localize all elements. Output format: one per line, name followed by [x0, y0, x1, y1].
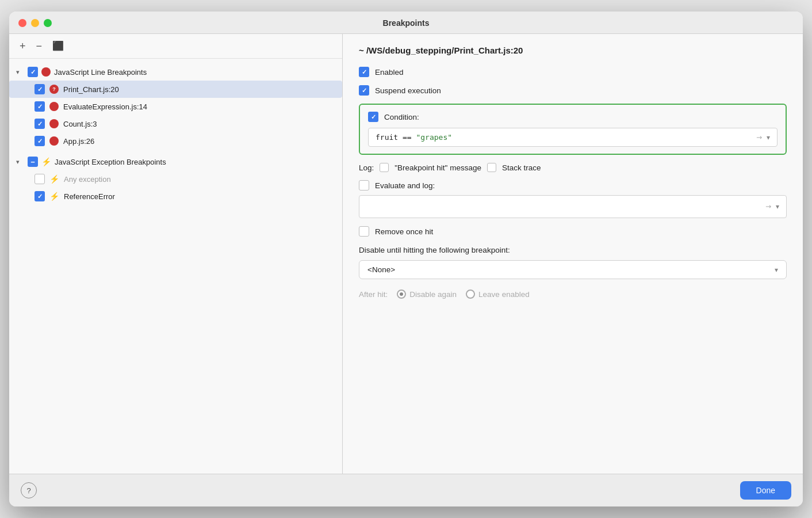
- breakpoint-item-app[interactable]: App.js:26: [9, 132, 342, 150]
- after-hit-row: After hit: Disable again Leave enabled: [359, 290, 787, 299]
- remove-row: Remove once hit: [359, 226, 787, 237]
- disable-again-radio[interactable]: [397, 290, 406, 299]
- disable-again-option[interactable]: Disable again: [397, 290, 457, 299]
- reference-error-lightning-icon: ⚡: [49, 192, 59, 201]
- log-message-label: "Breakpoint hit" message: [394, 163, 481, 172]
- any-exception-label: Any exception: [64, 175, 111, 184]
- stack-trace-checkbox[interactable]: [487, 163, 496, 172]
- evaluate-input-icons: ↗ ▾: [765, 203, 779, 211]
- js-exception-group-checkbox[interactable]: [28, 157, 38, 167]
- left-panel: + − ⬛ ▾ JavaScript Line Breakpoints ? Pr…: [9, 34, 343, 474]
- chevron-down-icon: ▾: [16, 68, 24, 76]
- disable-label: Disable until hitting the following brea…: [359, 246, 787, 254]
- leave-enabled-radio[interactable]: [466, 290, 475, 299]
- evaluate-label: Evaluate and log:: [375, 181, 435, 190]
- condition-label: Condition:: [384, 113, 419, 121]
- minimize-button[interactable]: [31, 19, 39, 27]
- breakpoint-item-evaluate[interactable]: EvaluateExpression.js:14: [9, 98, 342, 115]
- js-exception-group-label: JavaScript Exception Breakpoints: [55, 158, 166, 166]
- suspend-label: Suspend execution: [375, 86, 441, 95]
- right-panel: ~ /WS/debug_stepping/Print_Chart.js:20 E…: [343, 34, 803, 474]
- none-dropdown[interactable]: <None> ▾: [359, 260, 787, 279]
- print-chart-label: Print_Chart.js:20: [63, 85, 119, 94]
- reference-error-label: ReferenceError: [64, 192, 115, 201]
- main-content: + − ⬛ ▾ JavaScript Line Breakpoints ? Pr…: [9, 34, 803, 474]
- breakpoint-item-count[interactable]: Count.js:3: [9, 115, 342, 132]
- js-line-group-label: JavaScript Line Breakpoints: [54, 68, 147, 77]
- enabled-label: Enabled: [375, 68, 404, 77]
- evaluate-dropdown-icon[interactable]: ▾: [776, 203, 779, 211]
- reference-error-checkbox[interactable]: [35, 191, 45, 201]
- exception-chevron-icon: ▾: [16, 158, 24, 166]
- evaluate-label-item: EvaluateExpression.js:14: [63, 102, 147, 111]
- count-label-item: Count.js:3: [63, 120, 97, 128]
- jump-button[interactable]: ⬛: [50, 40, 66, 52]
- condition-string-value: "grapes": [416, 133, 452, 142]
- after-hit-label: After hit:: [359, 290, 388, 299]
- any-exception-checkbox[interactable]: [35, 174, 45, 184]
- evaluate-expand-icon[interactable]: ↗: [764, 202, 773, 212]
- condition-header: Condition:: [368, 112, 777, 122]
- leave-enabled-label: Leave enabled: [478, 290, 530, 299]
- expand-icon[interactable]: ↗: [754, 132, 764, 142]
- remove-breakpoint-button[interactable]: −: [34, 40, 45, 52]
- app-checkbox[interactable]: [35, 136, 45, 146]
- breakpoints-tree: ▾ JavaScript Line Breakpoints ? Print_Ch…: [9, 59, 342, 474]
- enabled-row: Enabled: [359, 67, 787, 77]
- evaluate-header: Evaluate and log:: [359, 180, 787, 191]
- bottom-bar: ? Done: [9, 474, 803, 506]
- log-row: Log: "Breakpoint hit" message Stack trac…: [359, 163, 787, 172]
- condition-checkbox[interactable]: [368, 112, 378, 122]
- window-title: Breakpoints: [383, 18, 430, 28]
- leave-enabled-option[interactable]: Leave enabled: [466, 290, 530, 299]
- enabled-checkbox[interactable]: [359, 67, 369, 77]
- js-exception-group-header[interactable]: ▾ ⚡ JavaScript Exception Breakpoints: [9, 153, 342, 170]
- condition-code-text: fruit ==: [376, 133, 416, 142]
- evaluate-row: Evaluate and log: ↗ ▾: [359, 180, 787, 218]
- remove-label: Remove once hit: [375, 227, 433, 236]
- breakpoint-item-print-chart[interactable]: ? Print_Chart.js:20: [9, 81, 342, 98]
- toolbar: + − ⬛: [9, 34, 342, 59]
- breakpoints-window: Breakpoints + − ⬛ ▾ JavaScript Line Brea…: [9, 12, 803, 506]
- condition-code-display[interactable]: fruit == "grapes": [376, 133, 756, 142]
- help-button[interactable]: ?: [21, 482, 37, 498]
- stack-trace-label: Stack trace: [502, 163, 541, 172]
- title-bar: Breakpoints: [9, 12, 803, 34]
- any-exception-lightning-icon: ⚡: [49, 174, 59, 184]
- none-dropdown-arrow-icon: ▾: [775, 266, 778, 274]
- app-icon: [49, 136, 59, 146]
- log-label: Log:: [359, 163, 374, 172]
- count-checkbox[interactable]: [35, 119, 45, 129]
- app-label-item: App.js:26: [63, 137, 94, 146]
- remove-checkbox[interactable]: [359, 226, 369, 237]
- disable-again-label: Disable again: [409, 290, 457, 299]
- condition-input-row: fruit == "grapes" ↗ ▾: [368, 128, 777, 147]
- traffic-lights: [18, 19, 52, 27]
- done-button[interactable]: Done: [740, 481, 791, 500]
- dropdown-arrow-icon[interactable]: ▾: [767, 134, 770, 142]
- evaluate-checkbox[interactable]: [359, 180, 369, 191]
- evaluate-input-row[interactable]: ↗ ▾: [359, 195, 787, 218]
- print-chart-checkbox[interactable]: [35, 84, 45, 94]
- suspend-row: Suspend execution: [359, 85, 787, 96]
- js-line-group-checkbox[interactable]: [28, 67, 38, 77]
- maximize-button[interactable]: [44, 19, 52, 27]
- breakpoint-path: ~ /WS/debug_stepping/Print_Chart.js:20: [359, 45, 787, 55]
- disable-section: Disable until hitting the following brea…: [359, 246, 787, 279]
- js-line-group-icon: [41, 67, 51, 77]
- condition-icons: ↗ ▾: [756, 134, 770, 142]
- log-message-checkbox[interactable]: [380, 163, 389, 172]
- breakpoint-item-reference-error[interactable]: ⚡ ReferenceError: [9, 188, 342, 205]
- none-option-label: <None>: [367, 265, 395, 274]
- count-icon: [49, 119, 59, 128]
- exception-group-lightning-icon: ⚡: [41, 157, 51, 166]
- close-button[interactable]: [18, 19, 26, 27]
- add-breakpoint-button[interactable]: +: [17, 40, 28, 52]
- evaluate-icon: [49, 102, 59, 111]
- evaluate-checkbox[interactable]: [35, 101, 45, 112]
- js-line-group-header[interactable]: ▾ JavaScript Line Breakpoints: [9, 63, 342, 81]
- breakpoint-item-any-exception[interactable]: ⚡ Any exception: [9, 170, 342, 188]
- print-chart-icon: ?: [49, 85, 59, 94]
- condition-box: Condition: fruit == "grapes" ↗ ▾: [359, 104, 787, 155]
- suspend-checkbox[interactable]: [359, 85, 369, 96]
